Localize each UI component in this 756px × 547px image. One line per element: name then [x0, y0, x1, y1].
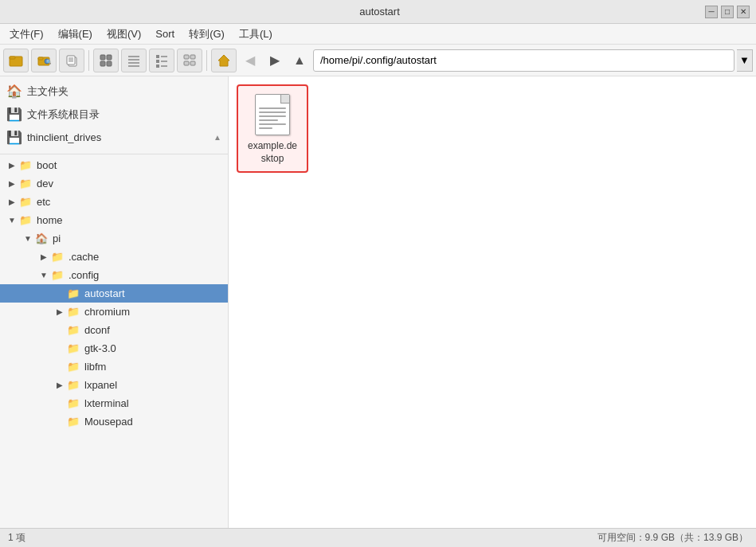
- dev-label: dev: [37, 178, 53, 189]
- sidebar-item-filesystem-label: 文件系统根目录: [27, 107, 100, 122]
- tree-item-libfm[interactable]: 📁 libfm: [0, 358, 228, 376]
- menu-bar: 文件(F) 编辑(E) 视图(V) Sort 转到(G) 工具(L): [0, 24, 756, 45]
- tree-item-config[interactable]: 📁 .config: [0, 266, 228, 284]
- libfm-label: libfm: [84, 361, 106, 373]
- menu-goto[interactable]: 转到(G): [182, 25, 231, 43]
- lxterminal-label: lxterminal: [84, 397, 129, 409]
- file-line-2: [259, 111, 286, 113]
- chromium-label: chromium: [84, 306, 130, 318]
- menu-file[interactable]: 文件(F): [3, 25, 50, 43]
- cache-label: .cache: [69, 251, 99, 263]
- lxpanel-folder-icon: 📁: [67, 379, 80, 391]
- home-folder-icon: 📁: [19, 214, 32, 226]
- back-button[interactable]: ◀: [239, 49, 261, 72]
- toolbar-sep-1: [88, 50, 89, 71]
- thinclient-arrow: ▲: [213, 133, 221, 142]
- forward-button[interactable]: ▶: [264, 49, 286, 72]
- lxpanel-label: lxpanel: [84, 379, 117, 391]
- new-folder-button[interactable]: [3, 49, 29, 72]
- svg-rect-21: [156, 60, 159, 63]
- menu-sort[interactable]: Sort: [149, 26, 181, 41]
- svg-rect-11: [100, 55, 105, 60]
- pi-label: pi: [53, 232, 61, 244]
- svg-rect-14: [107, 61, 112, 66]
- main-area: 🏠 主文件夹 💾 文件系统根目录 💾 thinclient_drives ▲ 📁…: [0, 76, 756, 528]
- chromium-folder-icon: 📁: [67, 306, 80, 318]
- home-arrow: [6, 215, 18, 226]
- boot-arrow: [6, 160, 18, 171]
- svg-rect-26: [190, 55, 195, 59]
- window-controls: ─ □ ✕: [705, 6, 750, 18]
- tree-item-mousepad[interactable]: 📁 Mousepad: [0, 412, 228, 431]
- tree-item-gtk[interactable]: 📁 gtk-3.0: [0, 339, 228, 358]
- cache-folder-icon: 📁: [51, 251, 64, 263]
- lxpanel-arrow: [54, 380, 65, 391]
- item-count: 1 项: [8, 531, 25, 545]
- tree-item-cache[interactable]: 📁 .cache: [0, 248, 228, 266]
- svg-rect-25: [184, 55, 189, 59]
- sidebar-divider: [0, 154, 228, 154]
- svg-rect-28: [190, 61, 195, 65]
- menu-tools[interactable]: 工具(L): [233, 25, 279, 43]
- tree-item-pi[interactable]: 🏠 pi: [0, 229, 228, 248]
- status-bar: 1 项 可用空间：9.9 GB（共：13.9 GB）: [0, 528, 756, 547]
- address-dropdown-button[interactable]: ▼: [737, 49, 753, 72]
- boot-label: boot: [37, 159, 57, 171]
- file-line-6: [259, 127, 272, 129]
- svg-rect-12: [107, 55, 112, 60]
- tree-item-lxterminal[interactable]: 📁 lxterminal: [0, 394, 228, 412]
- sidebar-item-thinclient[interactable]: 💾 thinclient_drives ▲: [0, 126, 228, 149]
- toolbar: 🔍: [0, 45, 756, 76]
- sidebar-item-filesystem[interactable]: 💾 文件系统根目录: [0, 103, 228, 126]
- dev-folder-icon: 📁: [19, 178, 32, 189]
- dev-arrow: [6, 178, 18, 189]
- etc-label: etc: [37, 196, 50, 208]
- libfm-folder-icon: 📁: [67, 361, 80, 373]
- icon-view-button[interactable]: [93, 49, 119, 72]
- file-icon-large: [253, 92, 292, 137]
- title-bar: autostart ─ □ ✕: [0, 0, 756, 24]
- file-icon-paper: [255, 94, 290, 135]
- file-item-example-desktop[interactable]: example.desktop: [237, 84, 308, 173]
- dconf-label: dconf: [84, 324, 110, 336]
- tree-item-etc[interactable]: 📁 etc: [0, 193, 228, 211]
- compact-view-button[interactable]: [121, 49, 147, 72]
- open-location-button[interactable]: 🔍: [31, 49, 57, 72]
- svg-rect-13: [100, 61, 105, 66]
- menu-edit[interactable]: 编辑(E): [52, 25, 99, 43]
- gtk-folder-icon: 📁: [67, 342, 80, 354]
- autostart-folder-icon: 📁: [67, 287, 80, 299]
- home-button[interactable]: [211, 49, 237, 72]
- boot-folder-icon: 📁: [19, 159, 32, 171]
- file-line-1: [259, 107, 286, 109]
- sidebar-item-home[interactable]: 🏠 主文件夹: [0, 80, 228, 103]
- file-tree: 📁 boot 📁 dev 📁 etc 📁 home: [0, 156, 228, 528]
- up-button[interactable]: ▲: [288, 49, 311, 72]
- thumbnail-view-button[interactable]: [177, 49, 202, 72]
- gtk-label: gtk-3.0: [84, 342, 116, 354]
- tree-item-dconf[interactable]: 📁 dconf: [0, 321, 228, 339]
- mousepad-label: Mousepad: [84, 416, 133, 428]
- tree-item-home[interactable]: 📁 home: [0, 211, 228, 229]
- dconf-folder-icon: 📁: [67, 324, 80, 336]
- tree-item-lxpanel[interactable]: 📁 lxpanel: [0, 376, 228, 394]
- tree-item-autostart[interactable]: 📁 autostart: [0, 284, 228, 303]
- tree-item-boot[interactable]: 📁 boot: [0, 156, 228, 174]
- maximize-button[interactable]: □: [721, 6, 734, 18]
- autostart-label: autostart: [84, 287, 125, 299]
- detail-view-button[interactable]: [149, 49, 174, 72]
- copy-button[interactable]: [59, 49, 84, 72]
- svg-rect-23: [156, 64, 159, 68]
- minimize-button[interactable]: ─: [705, 6, 718, 18]
- pi-home-icon: 🏠: [35, 232, 48, 244]
- file-line-4: [259, 119, 278, 121]
- etc-arrow: [6, 197, 18, 208]
- tree-item-chromium[interactable]: 📁 chromium: [0, 303, 228, 321]
- menu-view[interactable]: 视图(V): [100, 25, 147, 43]
- config-label: .config: [69, 269, 99, 281]
- close-button[interactable]: ✕: [737, 6, 750, 18]
- file-lines: [259, 107, 286, 129]
- tree-item-dev[interactable]: 📁 dev: [0, 174, 228, 193]
- address-bar[interactable]: [313, 49, 734, 72]
- cache-arrow: [38, 252, 49, 263]
